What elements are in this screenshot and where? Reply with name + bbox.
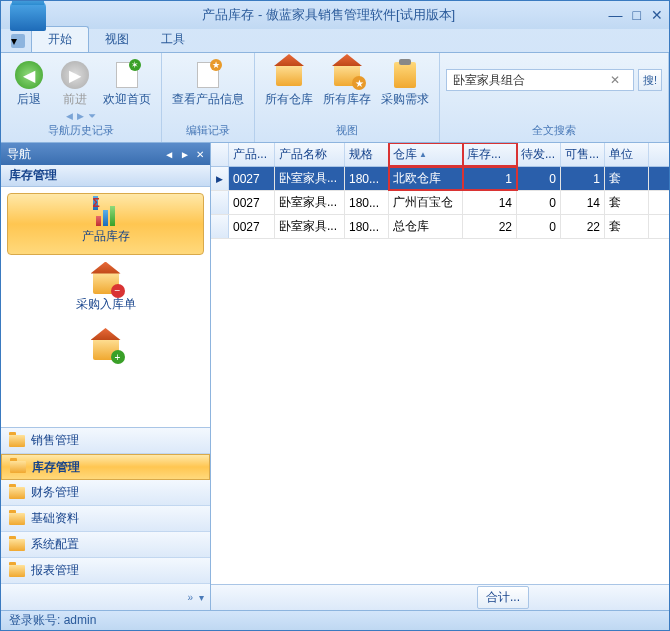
ribbon-group-view: 所有仓库 ★ 所有库存 采购需求 视图 — [255, 53, 440, 142]
home-icon: ✶ — [111, 59, 143, 91]
login-status: 登录账号: admin — [9, 612, 96, 629]
nav-item-sales[interactable]: 销售管理 — [1, 428, 210, 454]
ribbon: ◀ 后退 ▶ 前进 ✶ 欢迎首页 ◀▶⏷ 导航历史记录 ★ 查看产品信息 编辑记… — [1, 53, 669, 143]
maximize-button[interactable]: □ — [633, 7, 641, 23]
search-input[interactable] — [446, 69, 634, 91]
all-warehouse-button[interactable]: 所有仓库 — [261, 57, 317, 121]
nav-prev-icon[interactable]: ◄ — [164, 149, 174, 160]
folder-icon — [9, 487, 25, 499]
history-group-label: 导航历史记录 — [7, 121, 155, 140]
ribbon-group-edit: ★ 查看产品信息 编辑记录 — [162, 53, 255, 142]
tab-tools[interactable]: 工具 — [145, 27, 201, 52]
purchase-demand-button[interactable]: 采购需求 — [377, 57, 433, 121]
home-button[interactable]: ✶ 欢迎首页 — [99, 57, 155, 113]
folder-icon — [9, 565, 25, 577]
nav-btn-purchase-in[interactable]: − 采购入库单 — [7, 261, 204, 323]
nav-panel: 导航 ◄ ► ✕ 库存管理 Σ 产品库存 − 采购入库单 + 销售管理 库存管理… — [1, 143, 211, 610]
row-indicator: ▶ — [211, 167, 229, 190]
row-indicator — [211, 215, 229, 238]
row-indicator — [211, 191, 229, 214]
tab-view[interactable]: 视图 — [89, 27, 145, 52]
all-stock-button[interactable]: ★ 所有库存 — [319, 57, 375, 121]
statusbar: 登录账号: admin — [1, 610, 669, 630]
edit-group-label: 编辑记录 — [168, 121, 248, 140]
main-area: 导航 ◄ ► ✕ 库存管理 Σ 产品库存 − 采购入库单 + 销售管理 库存管理… — [1, 143, 669, 610]
nav-item-finance[interactable]: 财务管理 — [1, 480, 210, 506]
ribbon-group-history: ◀ 后退 ▶ 前进 ✶ 欢迎首页 ◀▶⏷ 导航历史记录 — [1, 53, 162, 142]
back-button[interactable]: ◀ 后退 — [7, 57, 51, 113]
col-stock-qty[interactable]: 库存... — [463, 143, 517, 166]
nav-item-reports[interactable]: 报表管理 — [1, 558, 210, 584]
col-warehouse[interactable]: 仓库▲ — [389, 143, 463, 166]
nav-btn-extra[interactable]: + — [7, 329, 204, 369]
forward-button[interactable]: ▶ 前进 — [53, 57, 97, 113]
warehouse-icon — [273, 59, 305, 91]
ribbon-group-search: ✕ 搜! 全文搜索 — [440, 53, 669, 142]
window-title: 产品库存 - 傲蓝家具销售管理软件[试用版本] — [49, 6, 609, 24]
nav-expand-icon[interactable]: » — [187, 592, 193, 603]
forward-icon: ▶ — [59, 59, 91, 91]
search-group-label: 全文搜索 — [446, 121, 662, 140]
nav-menu-icon[interactable]: ▾ — [199, 592, 204, 603]
data-grid: 产品... 产品名称 规格 仓库▲ 库存... 待发... 可售... 单位 ▶… — [211, 143, 669, 610]
col-unit[interactable]: 单位 — [605, 143, 649, 166]
sum-button[interactable]: 合计... — [477, 586, 529, 609]
view-group-label: 视图 — [261, 121, 433, 140]
nav-item-sysconfig[interactable]: 系统配置 — [1, 532, 210, 558]
nav-header-label: 导航 — [7, 146, 158, 163]
nav-body: Σ 产品库存 − 采购入库单 + — [1, 187, 210, 427]
nav-btn-product-stock[interactable]: Σ 产品库存 — [7, 193, 204, 255]
grid-body: ▶ 0027 卧室家具... 180... 北欧仓库 1 0 1 套 0027 … — [211, 167, 669, 584]
window-controls: — □ ✕ — [609, 7, 663, 23]
sort-asc-icon: ▲ — [419, 150, 427, 159]
product-info-button[interactable]: ★ 查看产品信息 — [168, 57, 248, 121]
house-plus-icon: + — [93, 338, 119, 360]
folder-icon — [10, 461, 26, 473]
nav-section-title: 库存管理 — [1, 165, 210, 187]
col-pending[interactable]: 待发... — [517, 143, 561, 166]
nav-footer: » ▾ — [1, 584, 210, 610]
ribbon-tabs: ▾ 开始 视图 工具 — [1, 29, 669, 53]
folder-icon — [9, 539, 25, 551]
table-row[interactable]: ▶ 0027 卧室家具... 180... 北欧仓库 1 0 1 套 — [211, 167, 669, 191]
close-button[interactable]: ✕ — [651, 7, 663, 23]
nav-item-basedata[interactable]: 基础资料 — [1, 506, 210, 532]
col-product-name[interactable]: 产品名称 — [275, 143, 345, 166]
stock-icon: ★ — [331, 59, 363, 91]
folder-icon — [9, 513, 25, 525]
app-icon — [7, 1, 49, 43]
col-spec[interactable]: 规格 — [345, 143, 389, 166]
grid-header: 产品... 产品名称 规格 仓库▲ 库存... 待发... 可售... 单位 — [211, 143, 669, 167]
nav-bottom-menu: 销售管理 库存管理 财务管理 基础资料 系统配置 报表管理 » ▾ — [1, 427, 210, 610]
back-icon: ◀ — [13, 59, 45, 91]
nav-header: 导航 ◄ ► ✕ — [1, 143, 210, 165]
history-pager: ◀▶⏷ — [7, 111, 155, 121]
nav-next-icon[interactable]: ► — [180, 149, 190, 160]
chart-icon: Σ — [93, 204, 119, 226]
grid-footer: 合计... — [211, 584, 669, 610]
search-button[interactable]: 搜! — [638, 69, 662, 91]
folder-icon — [9, 435, 25, 447]
table-row[interactable]: 0027 卧室家具... 180... 总仓库 22 0 22 套 — [211, 215, 669, 239]
nav-close-icon[interactable]: ✕ — [196, 149, 204, 160]
clear-search-icon[interactable]: ✕ — [610, 73, 620, 87]
titlebar: 产品库存 - 傲蓝家具销售管理软件[试用版本] — □ ✕ — [1, 1, 669, 29]
product-info-icon: ★ — [192, 59, 224, 91]
house-minus-icon: − — [93, 272, 119, 294]
row-indicator-header — [211, 143, 229, 166]
clipboard-icon — [389, 59, 421, 91]
col-available[interactable]: 可售... — [561, 143, 605, 166]
nav-item-inventory[interactable]: 库存管理 — [1, 454, 210, 480]
minimize-button[interactable]: — — [609, 7, 623, 23]
col-product-code[interactable]: 产品... — [229, 143, 275, 166]
table-row[interactable]: 0027 卧室家具... 180... 广州百宝仓 14 0 14 套 — [211, 191, 669, 215]
